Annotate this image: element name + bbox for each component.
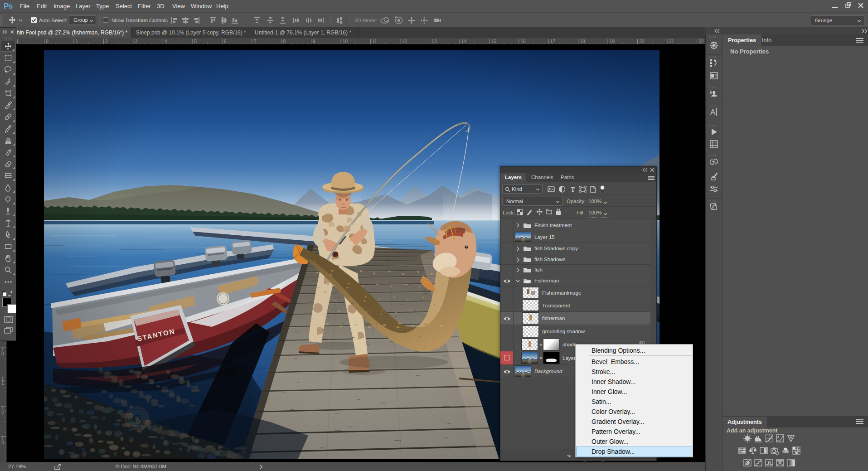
svg-text:18: 18 [580,39,585,44]
svg-text:0: 0 [1,351,4,356]
svg-text:2: 2 [1,410,4,415]
svg-text:3: 3 [1,440,4,445]
svg-text:11: 11 [372,39,377,44]
svg-text:12: 12 [402,39,407,44]
svg-text:22: 22 [698,39,704,44]
svg-text:20: 20 [639,39,645,44]
svg-text:1: 1 [1,380,4,386]
svg-text:T: T [571,186,575,193]
svg-text:13: 13 [432,39,437,44]
svg-text:17: 17 [550,39,556,44]
svg-text:16: 16 [520,39,526,44]
svg-text:10: 10 [343,39,348,44]
svg-text:A: A [710,108,716,117]
svg-text:21: 21 [669,39,674,44]
svg-text:19: 19 [610,39,615,44]
svg-text:15: 15 [491,39,496,44]
svg-text:14: 14 [461,39,466,44]
